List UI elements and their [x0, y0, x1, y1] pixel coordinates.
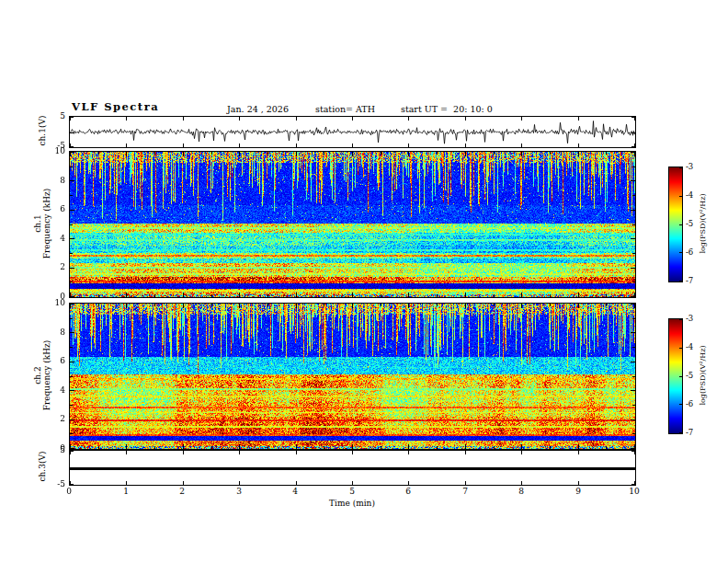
ch3-waveform-ylabel: ch.3(V): [38, 452, 47, 482]
x-tick-label: 1: [117, 487, 135, 496]
x-tick-label: 8: [512, 487, 530, 496]
y-tick-label: 2: [49, 414, 65, 423]
y-tick-label: 5: [49, 111, 65, 121]
header-station: station= ATH: [315, 105, 375, 114]
colorbar-ch1-canvas: [668, 167, 683, 282]
colorbar-ch2-canvas: [668, 318, 683, 434]
y-tick-label: 8: [49, 327, 65, 337]
colorbar-tick-label: -3: [686, 162, 710, 171]
x-tick-label: 10: [625, 487, 643, 496]
y-tick-label: 4: [49, 385, 65, 395]
x-tick-label: 2: [173, 487, 191, 496]
ch1-spectrogram-ylabel-line1: ch.1: [33, 214, 42, 232]
ch1-waveform-canvas: [69, 116, 636, 148]
ch2-spectrogram-ylabel-line1: ch.2: [33, 366, 42, 384]
colorbar-tick-label: -7: [686, 276, 710, 285]
ch1-waveform-ylabel: ch.1(V): [38, 116, 47, 146]
x-tick-label: 5: [343, 487, 361, 496]
y-tick-label: 8: [49, 176, 65, 185]
x-tick-label: 4: [286, 487, 304, 496]
y-tick-label: 5: [49, 445, 65, 454]
ch3-waveform-canvas: [69, 450, 636, 486]
header-start-ut: start UT = 20: 10: 0: [401, 105, 493, 114]
y-tick-label: 6: [49, 204, 65, 213]
ch2-spectrogram-canvas: [69, 303, 636, 450]
x-tick-label: 9: [569, 487, 587, 496]
y-tick-label: 6: [49, 356, 65, 365]
ch1-spectrogram-ylabel-line2: Frequency (kHz): [42, 189, 51, 259]
vlf-spectra-figure: VLF Spectra Jan. 24 , 2026 station= ATH …: [0, 0, 728, 563]
x-tick-label: 6: [399, 487, 417, 496]
colorbar-tick-label: -7: [686, 428, 710, 437]
x-tick-label: 3: [230, 487, 248, 496]
colorbar-label-ch1: log(PSD)(V²/Hz): [699, 193, 708, 253]
ch2-spectrogram-ylabel-line2: Frequency (kHz): [42, 340, 51, 411]
x-axis-title: Time (min): [306, 499, 398, 508]
x-tick-label: 7: [456, 487, 474, 496]
header-date: Jan. 24 , 2026: [227, 105, 289, 114]
x-tick-label: 0: [60, 487, 78, 496]
y-tick-label: 10: [49, 298, 65, 307]
y-tick-label: 10: [49, 146, 65, 155]
colorbar-tick-label: -3: [686, 314, 710, 323]
ch1-spectrogram-canvas: [69, 151, 636, 298]
ch1-spectrogram-ylabel: ch.1Frequency (kHz): [33, 189, 51, 259]
ch2-spectrogram-ylabel: ch.2Frequency (kHz): [33, 340, 51, 411]
y-tick-label: 2: [49, 262, 65, 271]
figure-title: VLF Spectra: [72, 102, 159, 111]
y-tick-label: 4: [49, 234, 65, 243]
colorbar-label-ch2: log(PSD)(V²/Hz): [699, 345, 708, 405]
